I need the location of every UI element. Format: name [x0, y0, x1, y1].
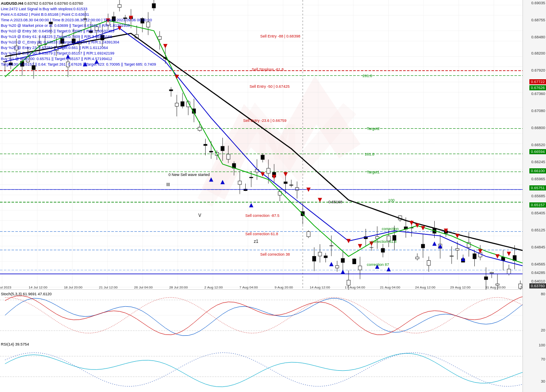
rsi-level-70: 70 [541, 357, 545, 361]
rsi-canvas [0, 341, 531, 392]
price-66520: 0.66520 [531, 143, 545, 147]
price-68755: 0.68755 [531, 18, 545, 22]
stoch-level-80: 80 [541, 292, 545, 296]
price-68200: 0.68200 [531, 51, 545, 55]
price-65751-label: 0.65751 [529, 185, 546, 190]
price-68480: 0.68480 [531, 35, 545, 39]
stoch-canvas [0, 290, 531, 341]
rsi-label: RSI(14) 39.5754 [1, 342, 29, 346]
stoch-level-20: 20 [541, 328, 545, 332]
stoch-label: Stoch(5,3,3) 61.9691 47.6120 [1, 292, 52, 296]
price-66594-label: 0.66594 [529, 149, 546, 154]
price-chart-canvas [0, 0, 531, 290]
price-66245: 0.66245 [531, 160, 545, 164]
price-65405: 0.65405 [531, 211, 545, 215]
price-65157-label: 0.65157 [529, 202, 546, 208]
rsi-panel [0, 341, 531, 392]
price-65125: 0.65125 [531, 228, 545, 232]
rsi-level-30: 30 [541, 379, 545, 383]
stoch-panel [0, 290, 531, 341]
rsi-level-100: 100 [539, 343, 545, 347]
price-axis: 0.69035 0.68755 0.68480 0.68200 0.67920 … [523, 0, 546, 290]
rsi-axis: 100 70 30 [523, 341, 546, 392]
price-66800: 0.66800 [531, 126, 545, 130]
price-67626-label: 0.67626 [529, 85, 546, 90]
price-67722-label: 0.67722 [529, 79, 546, 84]
price-64845: 0.64845 [531, 245, 545, 249]
price-64285: 0.64285 [531, 271, 545, 275]
price-65965: 0.65965 [531, 177, 545, 181]
price-66100-label: 0.66100 [529, 168, 546, 173]
price-67360: 0.67360 [531, 92, 545, 96]
price-64010: 0.64010 [531, 279, 545, 283]
price-64565: 0.64565 [531, 262, 545, 266]
price-67920: 0.67920 [531, 68, 545, 72]
chart-container: M AUDUSD.H4 0.63762 0.63764 0.63760 0.63… [0, 0, 546, 392]
main-chart: M [0, 0, 531, 290]
stoch-axis: 80 20 [523, 290, 546, 341]
price-63760-label: 0.63760 [529, 283, 546, 288]
price-69035: 0.69035 [531, 1, 545, 5]
price-65685: 0.65685 [531, 194, 545, 198]
price-67080: 0.67080 [531, 109, 545, 113]
